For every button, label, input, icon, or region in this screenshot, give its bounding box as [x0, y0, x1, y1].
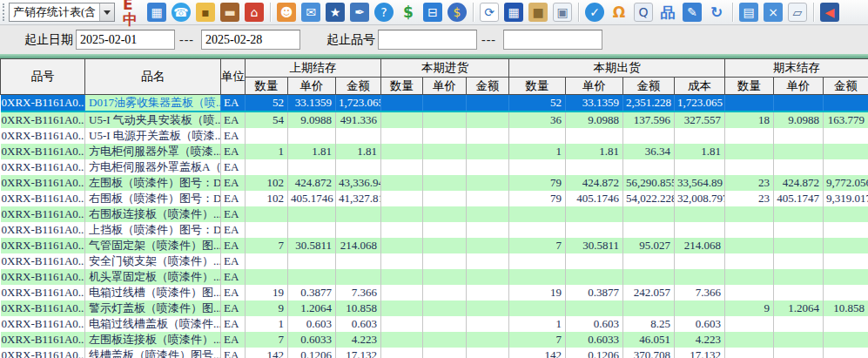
- value-cell[interactable]: 52: [246, 95, 288, 112]
- value-cell[interactable]: [423, 95, 467, 112]
- product-name-cell[interactable]: 方电柜伺服器外罩（喷漆...: [85, 144, 221, 159]
- value-cell[interactable]: [246, 128, 288, 144]
- value-cell[interactable]: [381, 175, 423, 191]
- value-cell[interactable]: [467, 128, 509, 144]
- value-cell[interactable]: [246, 269, 288, 285]
- value-cell[interactable]: 23: [725, 175, 774, 191]
- value-cell[interactable]: 9: [246, 301, 288, 316]
- approve-icon[interactable]: ✓: [585, 3, 604, 22]
- value-cell[interactable]: [675, 206, 725, 222]
- end-item-input[interactable]: [503, 30, 602, 50]
- value-cell[interactable]: [774, 238, 824, 253]
- group-header-opening[interactable]: 上期结存: [246, 59, 381, 78]
- value-cell[interactable]: [725, 144, 774, 159]
- value-cell[interactable]: [675, 269, 725, 285]
- value-cell[interactable]: [423, 316, 467, 332]
- value-cell[interactable]: 10.858: [336, 301, 381, 316]
- value-cell[interactable]: 163.779: [824, 111, 868, 128]
- start-date-input[interactable]: [76, 30, 175, 50]
- value-cell[interactable]: [423, 253, 467, 269]
- unit-cell[interactable]: EA: [221, 238, 246, 253]
- unit-cell[interactable]: EA: [221, 128, 246, 144]
- value-cell[interactable]: [725, 332, 774, 348]
- value-cell[interactable]: [824, 269, 868, 285]
- sub-header-qty[interactable]: 数量: [509, 78, 566, 95]
- value-cell[interactable]: [467, 191, 509, 206]
- value-cell[interactable]: 0.6033: [288, 332, 336, 348]
- value-cell[interactable]: 9: [725, 301, 774, 316]
- part-number-cell[interactable]: 0XRX-B1161A0...: [1, 95, 85, 112]
- value-cell[interactable]: 33.1359: [288, 95, 336, 112]
- table-row[interactable]: 0XRX-B1161A0...电箱过线槽（喷漆件）图...EA190.38777…: [1, 285, 868, 301]
- part-number-cell[interactable]: 0XRX-B1161A0...: [1, 222, 85, 238]
- value-cell[interactable]: [566, 128, 623, 144]
- value-cell[interactable]: 2,351.228: [623, 95, 675, 112]
- value-cell[interactable]: 17.132: [336, 348, 381, 358]
- value-cell[interactable]: 1.81: [566, 144, 623, 159]
- table-row[interactable]: 0XRX-B1161A0...上挡板（喷漆件）图号：D...EA: [1, 222, 868, 238]
- value-cell[interactable]: [623, 222, 675, 238]
- value-cell[interactable]: 327.557: [675, 111, 725, 128]
- notebook-icon[interactable]: ★: [326, 3, 345, 22]
- end-date-input[interactable]: [201, 30, 300, 50]
- product-name-cell[interactable]: 右围板连接板（喷漆件）...: [85, 206, 221, 222]
- monitor-edit-icon[interactable]: ✎: [683, 3, 702, 22]
- start-item-input[interactable]: [378, 30, 477, 50]
- value-cell[interactable]: [381, 159, 423, 175]
- value-cell[interactable]: 405.1746: [288, 191, 336, 206]
- value-cell[interactable]: 95.027: [623, 238, 675, 253]
- sub-header-cost[interactable]: 成本: [675, 78, 725, 95]
- sub-header-qty[interactable]: 数量: [246, 78, 288, 95]
- value-cell[interactable]: 1,723.065: [336, 95, 381, 112]
- value-cell[interactable]: 214.068: [675, 238, 725, 253]
- dollar-icon[interactable]: $: [399, 3, 418, 22]
- chevron-down-icon[interactable]: [99, 3, 114, 21]
- unit-cell[interactable]: EA: [221, 301, 246, 316]
- org-chart-icon[interactable]: 品: [658, 3, 677, 22]
- value-cell[interactable]: [288, 128, 336, 144]
- value-cell[interactable]: [725, 222, 774, 238]
- value-cell[interactable]: [423, 269, 467, 285]
- value-cell[interactable]: [623, 128, 675, 144]
- value-cell[interactable]: [824, 316, 868, 332]
- value-cell[interactable]: 9.0988: [774, 111, 824, 128]
- value-cell[interactable]: [774, 144, 824, 159]
- value-cell[interactable]: [725, 316, 774, 332]
- sub-header-price[interactable]: 单价: [423, 78, 467, 95]
- value-cell[interactable]: 0.603: [288, 316, 336, 332]
- language-switch-icon[interactable]: E中: [123, 3, 142, 22]
- part-number-cell[interactable]: 0XRX-B1161A0...: [1, 332, 85, 348]
- value-cell[interactable]: 0.3877: [288, 285, 336, 301]
- value-cell[interactable]: [467, 222, 509, 238]
- value-cell[interactable]: [824, 206, 868, 222]
- part-number-cell[interactable]: 0XRX-B1161A0...: [1, 285, 85, 301]
- value-cell[interactable]: [467, 159, 509, 175]
- value-cell[interactable]: 79: [509, 191, 566, 206]
- value-cell[interactable]: [467, 144, 509, 159]
- value-cell[interactable]: [423, 144, 467, 159]
- cart-icon[interactable]: ⊟: [423, 3, 442, 22]
- table-row[interactable]: 0XRX-B1161A0...气管固定架（喷漆件）图...EA730.58112…: [1, 238, 868, 253]
- value-cell[interactable]: [336, 222, 381, 238]
- value-cell[interactable]: [824, 238, 868, 253]
- value-cell[interactable]: [824, 128, 868, 144]
- value-cell[interactable]: [381, 285, 423, 301]
- part-number-cell[interactable]: 0XRX-B1161A0...: [1, 238, 85, 253]
- key-icon[interactable]: ✒: [350, 3, 369, 22]
- group-header-shipments[interactable]: 本期出货: [509, 59, 725, 78]
- value-cell[interactable]: [824, 285, 868, 301]
- value-cell[interactable]: 0.1206: [288, 348, 336, 358]
- value-cell[interactable]: [423, 285, 467, 301]
- value-cell[interactable]: 0.603: [566, 316, 623, 332]
- table-row[interactable]: 0XRX-B1161A0...U5-I 气动夹具安装板（喷...EA549.09…: [1, 111, 868, 128]
- product-name-cell[interactable]: 左围板（喷漆件）图号：D...: [85, 175, 221, 191]
- unit-cell[interactable]: EA: [221, 285, 246, 301]
- value-cell[interactable]: [725, 253, 774, 269]
- product-name-cell[interactable]: U5-I 气动夹具安装板（喷...: [85, 111, 221, 128]
- sub-header-amount[interactable]: 金额: [824, 78, 868, 95]
- value-cell[interactable]: [467, 111, 509, 128]
- value-cell[interactable]: [725, 159, 774, 175]
- value-cell[interactable]: [467, 238, 509, 253]
- part-number-cell[interactable]: 0XRX-B1161A0...: [1, 316, 85, 332]
- value-cell[interactable]: [725, 348, 774, 358]
